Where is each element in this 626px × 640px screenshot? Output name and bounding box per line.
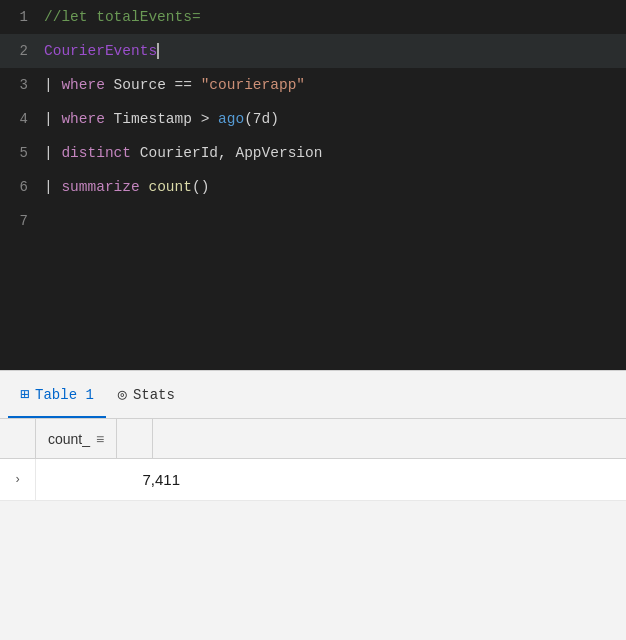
code-line: 5| distinct CourierId, AppVersion — [0, 136, 626, 170]
data-cell: 7,411 — [36, 459, 196, 500]
line-number: 2 — [0, 43, 44, 59]
line-number: 3 — [0, 77, 44, 93]
code-line: 3| where Source == "courierapp" — [0, 68, 626, 102]
code-line: 4| where Timestamp > ago(7d) — [0, 102, 626, 136]
col-menu-icon[interactable]: ≡ — [96, 431, 104, 447]
code-token: distinct — [61, 145, 131, 161]
row-expand-button[interactable]: › — [0, 459, 36, 500]
code-token: "courierapp" — [201, 77, 305, 93]
code-token: ago — [218, 111, 244, 127]
code-token: > — [201, 111, 210, 127]
code-token: | — [44, 145, 61, 161]
bottom-panel: ⊞Table 1◎Stats count_ ≡ ›7,411 — [0, 370, 626, 640]
code-token: | — [44, 77, 61, 93]
line-number: 6 — [0, 179, 44, 195]
code-editor: 1//let totalEvents=2CourierEvents3| wher… — [0, 0, 626, 370]
col-end-spacer — [117, 419, 153, 458]
code-token: Source — [105, 77, 175, 93]
code-token: where — [61, 111, 105, 127]
line-content: CourierEvents — [44, 43, 159, 59]
code-line: 2CourierEvents — [0, 34, 626, 68]
code-line: 6| summarize count() — [0, 170, 626, 204]
code-token: Timestamp — [105, 111, 201, 127]
line-content: | where Source == "courierapp" — [44, 77, 305, 93]
code-token: //let totalEvents= — [44, 9, 201, 25]
code-line: 1//let totalEvents= — [0, 0, 626, 34]
line-content: | summarize count() — [44, 179, 209, 195]
tab-icon-table1: ⊞ — [20, 385, 29, 404]
tabs-bar: ⊞Table 1◎Stats — [0, 371, 626, 419]
code-token: | — [44, 111, 61, 127]
line-number: 7 — [0, 213, 44, 229]
code-token: == — [175, 77, 192, 93]
tab-table1[interactable]: ⊞Table 1 — [8, 371, 106, 418]
line-number: 5 — [0, 145, 44, 161]
table-row: ›7,411 — [0, 459, 626, 501]
code-token — [140, 179, 149, 195]
count-col-header: count_ ≡ — [36, 419, 117, 458]
tab-icon-stats: ◎ — [118, 385, 127, 404]
line-number: 1 — [0, 9, 44, 25]
code-token: | — [44, 179, 61, 195]
table-content: count_ ≡ ›7,411 — [0, 419, 626, 501]
col-header-row: count_ ≡ — [0, 419, 626, 459]
line-content: | where Timestamp > ago(7d) — [44, 111, 279, 127]
code-token: CourierEvents — [44, 43, 157, 59]
code-token: where — [61, 77, 105, 93]
row-expand-col — [0, 419, 36, 458]
code-token: () — [192, 179, 209, 195]
code-token: count — [148, 179, 192, 195]
code-token — [192, 77, 201, 93]
line-content: | distinct CourierId, AppVersion — [44, 145, 322, 161]
code-token: CourierId, AppVersion — [131, 145, 322, 161]
tab-label-table1: Table 1 — [35, 387, 94, 403]
count-col-name: count_ — [48, 431, 90, 447]
line-number: 4 — [0, 111, 44, 127]
code-token — [209, 111, 218, 127]
line-content: //let totalEvents= — [44, 9, 201, 25]
code-line: 7 — [0, 204, 626, 238]
code-token: summarize — [61, 179, 139, 195]
code-token: (7d) — [244, 111, 279, 127]
tab-label-stats: Stats — [133, 387, 175, 403]
tab-stats[interactable]: ◎Stats — [106, 371, 187, 418]
text-cursor — [157, 43, 159, 59]
